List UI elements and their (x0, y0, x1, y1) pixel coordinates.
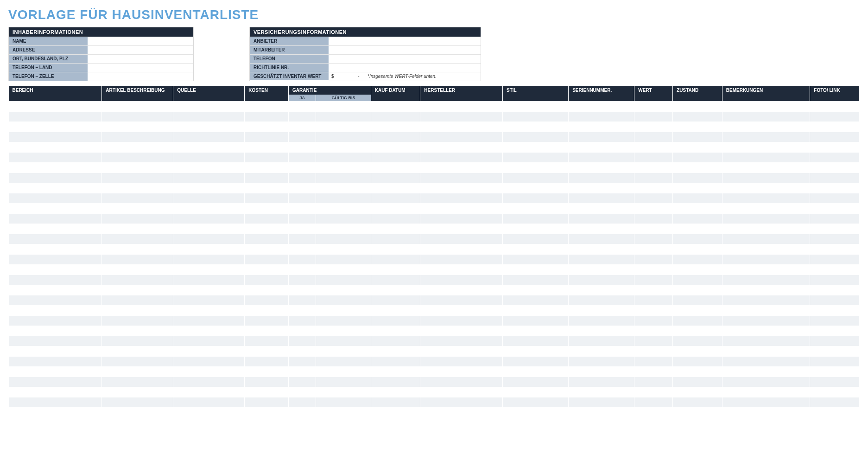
table-cell[interactable] (102, 183, 173, 193)
table-cell[interactable] (9, 275, 102, 285)
table-cell[interactable] (634, 295, 673, 306)
table-cell[interactable] (673, 153, 722, 163)
table-cell[interactable] (371, 367, 420, 377)
table-cell[interactable] (569, 244, 634, 255)
table-cell[interactable] (420, 316, 503, 326)
table-cell[interactable] (722, 346, 810, 357)
table-cell[interactable] (634, 142, 673, 153)
table-cell[interactable] (420, 142, 503, 153)
table-cell[interactable] (503, 122, 569, 132)
table-cell[interactable] (102, 204, 173, 214)
table-cell[interactable] (316, 153, 371, 163)
table-cell[interactable] (503, 326, 569, 336)
table-cell[interactable] (289, 234, 316, 244)
table-cell[interactable] (673, 244, 722, 255)
table-cell[interactable] (420, 367, 503, 377)
table-cell[interactable] (420, 234, 503, 244)
table-cell[interactable] (420, 214, 503, 224)
table-cell[interactable] (245, 112, 289, 122)
table-cell[interactable] (673, 193, 722, 204)
table-cell[interactable] (102, 255, 173, 265)
table-cell[interactable] (316, 214, 371, 224)
table-cell[interactable] (503, 387, 569, 397)
table-cell[interactable] (420, 163, 503, 173)
table-cell[interactable] (102, 285, 173, 295)
table-cell[interactable] (289, 377, 316, 387)
table-cell[interactable] (173, 387, 245, 397)
table-cell[interactable] (102, 295, 173, 306)
table-cell[interactable] (173, 295, 245, 306)
table-cell[interactable] (245, 163, 289, 173)
table-cell[interactable] (316, 132, 371, 142)
table-cell[interactable] (634, 193, 673, 204)
table-cell[interactable] (420, 204, 503, 214)
table-cell[interactable] (673, 275, 722, 285)
table-cell[interactable] (245, 377, 289, 387)
table-cell[interactable] (245, 193, 289, 204)
table-cell[interactable] (289, 244, 316, 255)
ins-value-provider[interactable] (329, 37, 481, 45)
table-cell[interactable] (673, 173, 722, 183)
table-cell[interactable] (420, 397, 503, 408)
table-cell[interactable] (371, 326, 420, 336)
table-cell[interactable] (503, 265, 569, 275)
table-cell[interactable] (245, 234, 289, 244)
table-cell[interactable] (289, 132, 316, 142)
table-cell[interactable] (316, 112, 371, 122)
table-cell[interactable] (722, 377, 810, 387)
table-cell[interactable] (810, 193, 860, 204)
table-cell[interactable] (420, 244, 503, 255)
table-cell[interactable] (569, 193, 634, 204)
table-cell[interactable] (316, 316, 371, 326)
table-cell[interactable] (316, 387, 371, 397)
table-cell[interactable] (245, 204, 289, 214)
table-cell[interactable] (810, 255, 860, 265)
table-cell[interactable] (634, 204, 673, 214)
table-cell[interactable] (9, 397, 102, 408)
table-cell[interactable] (810, 183, 860, 193)
table-cell[interactable] (371, 122, 420, 132)
table-cell[interactable] (9, 204, 102, 214)
table-cell[interactable] (503, 336, 569, 346)
table-cell[interactable] (420, 295, 503, 306)
table-cell[interactable] (173, 132, 245, 142)
table-cell[interactable] (810, 316, 860, 326)
table-cell[interactable] (722, 367, 810, 377)
table-cell[interactable] (316, 204, 371, 214)
table-cell[interactable] (673, 183, 722, 193)
table-cell[interactable] (503, 397, 569, 408)
table-cell[interactable] (173, 102, 245, 112)
table-cell[interactable] (420, 122, 503, 132)
table-cell[interactable] (420, 132, 503, 142)
table-cell[interactable] (289, 142, 316, 153)
table-cell[interactable] (503, 255, 569, 265)
table-cell[interactable] (722, 153, 810, 163)
table-cell[interactable] (569, 224, 634, 234)
table-cell[interactable] (173, 326, 245, 336)
table-cell[interactable] (503, 183, 569, 193)
table-cell[interactable] (102, 102, 173, 112)
table-cell[interactable] (503, 367, 569, 377)
table-cell[interactable] (245, 142, 289, 153)
table-cell[interactable] (316, 122, 371, 132)
table-cell[interactable] (722, 244, 810, 255)
table-cell[interactable] (420, 153, 503, 163)
table-cell[interactable] (503, 224, 569, 234)
table-cell[interactable] (634, 173, 673, 183)
table-cell[interactable] (569, 234, 634, 244)
table-cell[interactable] (102, 244, 173, 255)
table-cell[interactable] (289, 173, 316, 183)
table-cell[interactable] (245, 255, 289, 265)
table-cell[interactable] (810, 204, 860, 214)
table-cell[interactable] (289, 122, 316, 132)
table-cell[interactable] (722, 112, 810, 122)
table-cell[interactable] (173, 214, 245, 224)
table-cell[interactable] (503, 173, 569, 183)
table-cell[interactable] (289, 204, 316, 214)
table-cell[interactable] (371, 295, 420, 306)
table-cell[interactable] (634, 183, 673, 193)
table-cell[interactable] (673, 377, 722, 387)
table-cell[interactable] (722, 102, 810, 112)
table-cell[interactable] (173, 142, 245, 153)
table-cell[interactable] (569, 346, 634, 357)
